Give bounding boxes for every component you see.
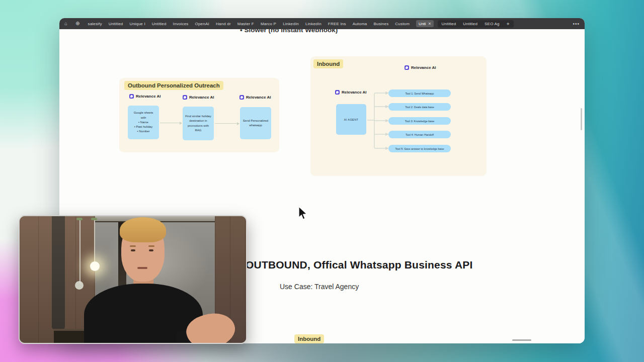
tab-marco[interactable]: Marco P: [261, 22, 276, 26]
tab-untitled-2[interactable]: Untitled: [152, 22, 167, 26]
tab-active-unti[interactable]: Unti ×: [416, 20, 434, 27]
relevance-ai-label-top: Relevance AI: [405, 65, 436, 70]
tool-pill-human-handoff[interactable]: Tool 4: Human Handoff: [388, 131, 451, 138]
pendant-cord: [79, 219, 80, 284]
flow-step-google-sheets[interactable]: Google sheets with • Name • Past holiday…: [128, 106, 159, 139]
canvas-line-shape[interactable]: [512, 339, 531, 341]
browser-tab-bar: ⌂ ⊕ salesify Untitled Unique I Untitled …: [59, 18, 585, 29]
ai-agent-box[interactable]: AI AGENT: [336, 104, 366, 135]
flow-step-send-whatsapp[interactable]: Send Personalized whatsapp: [240, 107, 271, 139]
presenter-mouth: [137, 267, 147, 269]
tab-free-ins[interactable]: FREE Ins: [328, 22, 346, 26]
tab-master[interactable]: Master F: [237, 22, 254, 26]
relevance-ai-icon: [239, 95, 244, 100]
pendant-light-bulb: [90, 261, 100, 271]
relevance-ai-label-text: Relevance AI: [411, 65, 436, 70]
new-tab-icon[interactable]: +: [507, 21, 510, 27]
vertical-scrollbar[interactable]: [581, 108, 582, 130]
presenter-hair: [120, 217, 166, 242]
close-icon[interactable]: ×: [428, 21, 431, 26]
inbound-bottom-title[interactable]: Inbound: [294, 334, 324, 343]
tab-busines[interactable]: Busines: [373, 22, 388, 26]
subheadline-use-case: Use Case: Travel Agency: [280, 283, 359, 291]
relevance-ai-label-agent: Relevance AI: [335, 90, 367, 95]
tab-linkedin-2[interactable]: LinkedIn: [305, 22, 321, 26]
presenter-eyebrow: [130, 245, 136, 247]
tool-pill-deals-database[interactable]: Tool 2: Deals data base: [388, 103, 451, 111]
tab-untitled-1[interactable]: Untitled: [109, 22, 123, 26]
relevance-ai-label-2: Relevance AI: [183, 95, 214, 100]
note-slower-webhook: • Slower (no instant Webhook): [240, 29, 338, 34]
tab-group-secondary: Untitled Untitled SEO Ag +: [438, 20, 514, 28]
webcam-curtain: [52, 216, 65, 329]
relevance-ai-icon: [335, 90, 340, 95]
tab-overflow-icon[interactable]: •••: [573, 21, 580, 27]
mouse-cursor-icon: [297, 206, 307, 220]
relevance-ai-label-1: Relevance AI: [129, 94, 161, 99]
home-icon[interactable]: ⌂: [64, 21, 67, 26]
presenter-eye: [131, 249, 135, 251]
agent-tool-connectors: [366, 87, 390, 154]
relevance-ai-icon: [183, 95, 187, 100]
tab-salesify[interactable]: salesify: [88, 22, 102, 26]
arrow-step2-step3: [215, 123, 239, 124]
pendant-ceiling-cap: [91, 218, 97, 220]
globe-icon[interactable]: ⊕: [75, 21, 79, 26]
relevance-ai-icon: [129, 94, 134, 99]
tab-invoices[interactable]: Invoices: [173, 22, 189, 26]
outbound-flow-title[interactable]: Outbound Personalized Outreach: [124, 81, 223, 90]
tab-openai[interactable]: OpenAI: [195, 22, 209, 26]
tab-custom[interactable]: Custom: [395, 22, 410, 26]
relevance-ai-label-3: Relevance AI: [239, 95, 271, 100]
webcam-overlay: [19, 215, 247, 344]
presenter-eye: [149, 249, 153, 251]
relevance-ai-label-text: Relevance AI: [246, 95, 271, 100]
pendant-light-bulb: [75, 281, 84, 290]
relevance-ai-label-text: Relevance AI: [136, 94, 161, 99]
presenter-eyebrow: [148, 245, 154, 247]
inbound-flow-title[interactable]: Inbound: [313, 59, 343, 68]
arrow-step1-step2: [160, 123, 182, 123]
tool-pill-knowledge-base[interactable]: Tool 3: Knowledge base: [388, 117, 451, 125]
headline-outbound-api: OUTBOUND, Offical Whatsapp Business API: [246, 259, 473, 271]
relevance-ai-label-text: Relevance AI: [342, 90, 367, 95]
tab-hand-dr[interactable]: Hand dr: [216, 22, 231, 26]
relevance-ai-label-text: Relevance AI: [189, 95, 214, 100]
pendant-cord: [94, 219, 95, 263]
tool-pill-save-answer[interactable]: Tool 5: Save answer to knowledge base: [388, 145, 451, 152]
tab-automa[interactable]: Automa: [353, 22, 367, 26]
tab-linkedin-1[interactable]: LinkedIn: [283, 22, 299, 26]
tab-unique[interactable]: Unique I: [129, 22, 145, 26]
tab-active-label: Unti: [419, 22, 426, 26]
tab-untitled-4[interactable]: Untitled: [463, 22, 477, 26]
tool-pill-send-whatsapp[interactable]: Tool 1: Send Whatsapp: [388, 89, 451, 97]
tab-untitled-3[interactable]: Untitled: [442, 22, 456, 26]
relevance-ai-icon: [405, 65, 409, 70]
flow-step-find-destination[interactable]: Find similar holiday destination in prom…: [183, 107, 214, 140]
tab-seo-ag[interactable]: SEO Ag: [485, 22, 500, 26]
pendant-ceiling-cap: [76, 218, 83, 220]
